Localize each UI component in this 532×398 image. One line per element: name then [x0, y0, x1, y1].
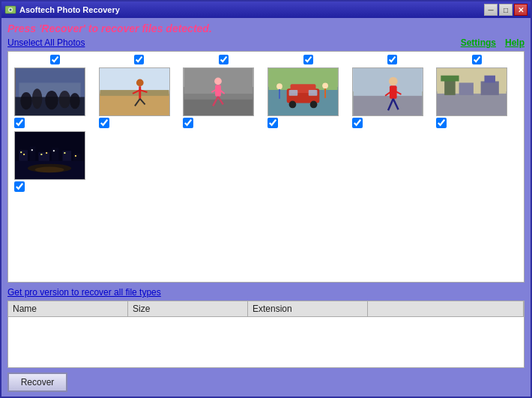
photo-checkbox-6[interactable]: [436, 118, 447, 128]
svg-rect-53: [459, 82, 474, 94]
photo-svg-2: [100, 68, 169, 115]
top-checkbox-1[interactable]: [50, 55, 60, 64]
file-table-container: Name Size Extension: [7, 301, 525, 368]
photo-item-6: [436, 67, 518, 128]
top-check-4: [267, 55, 349, 64]
close-button[interactable]: ✕: [514, 4, 528, 16]
photo-scroll-area[interactable]: [8, 52, 524, 282]
top-links: Settings Help: [461, 37, 525, 48]
window-title: Asoftech Photo Recovery: [19, 5, 120, 14]
help-link[interactable]: Help: [505, 37, 525, 48]
content-area: Press 'Recover' to recover files detecte…: [1, 18, 531, 397]
photo-checkbox-3[interactable]: [183, 118, 193, 128]
top-check-6: [436, 55, 518, 64]
svg-rect-55: [485, 76, 496, 83]
title-bar-left: Asoftech Photo Recovery: [4, 4, 120, 16]
svg-rect-67: [40, 154, 42, 155]
photo-thumb-7: [14, 131, 85, 180]
svg-rect-58: [19, 150, 28, 161]
photo-svg-3: [184, 68, 253, 115]
top-check-1: [14, 55, 96, 64]
svg-rect-68: [46, 152, 47, 154]
photo-item-2: [99, 67, 181, 128]
recover-btn-container: Recover: [7, 371, 525, 392]
svg-point-43: [389, 77, 398, 86]
svg-rect-69: [53, 150, 55, 151]
photo-check-row-2: [99, 118, 109, 128]
svg-point-33: [289, 101, 297, 109]
svg-point-7: [32, 88, 43, 109]
svg-rect-51: [444, 79, 456, 95]
svg-rect-65: [23, 154, 25, 155]
photo-item-4: [267, 67, 349, 128]
unselect-all-link[interactable]: Unselect All Photos: [7, 37, 85, 48]
photo-item-5: [352, 67, 434, 128]
pro-link-bar: Get pro version to recover all file type…: [7, 287, 525, 298]
photo-item-7: [14, 131, 96, 192]
photo-check-row-6: [436, 118, 447, 128]
svg-rect-63: [73, 154, 81, 161]
top-checkbox-4[interactable]: [303, 55, 313, 64]
svg-rect-11: [100, 68, 169, 94]
photo-check-row-5: [352, 118, 363, 128]
photo-svg-4: [268, 68, 338, 115]
svg-rect-71: [75, 155, 76, 157]
settings-link[interactable]: Settings: [461, 37, 496, 48]
svg-rect-36: [309, 90, 318, 96]
pro-link[interactable]: Get pro version to recover all file type…: [7, 287, 161, 298]
maximize-button[interactable]: □: [499, 4, 513, 16]
svg-point-9: [59, 91, 71, 108]
prompt-text: Press 'Recover' to recover files detecte…: [7, 22, 525, 34]
photo-checkbox-7[interactable]: [14, 181, 25, 192]
svg-rect-50: [438, 94, 507, 115]
svg-rect-21: [184, 97, 253, 115]
photo-thumb-1: [14, 67, 85, 116]
photo-checkbox-4[interactable]: [267, 118, 278, 128]
photo-thumb-6: [436, 67, 507, 116]
top-checkbox-6[interactable]: [472, 55, 482, 64]
svg-point-73: [35, 167, 64, 173]
col-size: Size: [128, 301, 248, 316]
col-extension: Extension: [248, 301, 368, 316]
svg-rect-61: [52, 148, 59, 160]
photo-thumb-2: [99, 67, 170, 116]
svg-rect-54: [481, 81, 499, 94]
photo-thumb-5: [352, 67, 423, 116]
svg-point-34: [310, 101, 318, 109]
top-checkbox-2[interactable]: [134, 55, 144, 64]
photo-checkbox-2[interactable]: [99, 118, 109, 128]
photo-checkbox-5[interactable]: [352, 118, 363, 128]
svg-point-39: [322, 82, 328, 88]
top-bar: Unselect All Photos Settings Help: [7, 37, 525, 48]
svg-point-6: [20, 92, 32, 109]
svg-rect-64: [20, 151, 22, 153]
svg-rect-42: [353, 96, 422, 115]
svg-rect-52: [441, 76, 459, 82]
top-checkbox-5[interactable]: [387, 55, 397, 64]
recover-button[interactable]: Recover: [7, 373, 67, 392]
svg-point-8: [45, 91, 58, 109]
minimize-button[interactable]: ─: [484, 4, 498, 16]
photo-checkbox-1[interactable]: [14, 118, 25, 128]
photo-check-row-4: [267, 118, 278, 128]
svg-rect-60: [38, 152, 49, 161]
col-name: Name: [8, 301, 128, 316]
photo-check-row-7: [14, 181, 25, 192]
app-icon: [4, 4, 16, 16]
photo-thumb-3: [183, 67, 254, 116]
top-checkboxes-row: [11, 55, 521, 64]
title-controls: ─ □ ✕: [484, 4, 528, 16]
main-window: Asoftech Photo Recovery ─ □ ✕ Press 'Rec…: [0, 0, 532, 398]
svg-point-37: [276, 83, 282, 89]
photo-thumb-4: [267, 67, 339, 116]
photo-panel: [7, 51, 525, 283]
top-check-3: [183, 55, 265, 64]
photo-check-row-1: [14, 118, 25, 128]
svg-point-14: [136, 79, 144, 87]
svg-rect-59: [30, 146, 36, 160]
svg-point-23: [214, 78, 222, 85]
photo-svg-6: [437, 68, 507, 115]
top-checkbox-3[interactable]: [219, 55, 229, 64]
photo-svg-5: [353, 68, 423, 115]
top-check-2: [99, 55, 181, 64]
